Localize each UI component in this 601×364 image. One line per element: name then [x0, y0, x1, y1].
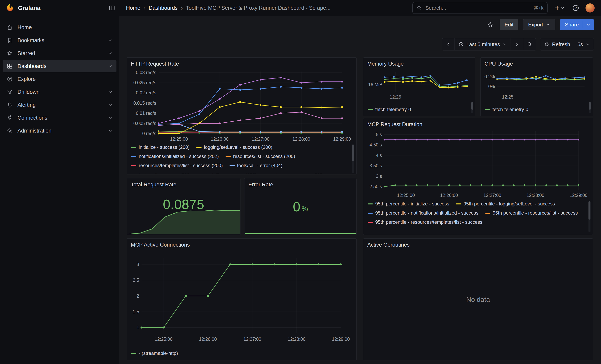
- legend-scrollbar[interactable]: [352, 144, 354, 173]
- chevron-down-icon[interactable]: [108, 38, 113, 43]
- legend-scrollbar[interactable]: [589, 201, 591, 232]
- svg-text:12:26:00: 12:26:00: [199, 337, 217, 342]
- legend-item[interactable]: - (streamable-http): [131, 350, 178, 356]
- stat-value: 0%: [244, 178, 356, 235]
- panel-title[interactable]: MCP Request Duration: [363, 118, 593, 128]
- legend-item[interactable]: tools/list - success (200): [198, 172, 257, 173]
- panel-cpu-usage: CPU Usage 0.2%0%12:25 fetch-telemetry-0: [480, 58, 593, 116]
- mcp-request-duration-chart[interactable]: 5 s4.50 s4 s3.50 s3 s2.50 s12:25:0012:26…: [365, 129, 588, 198]
- refresh-interval-picker[interactable]: 5s: [574, 38, 594, 50]
- series-color-swatch: [131, 156, 136, 157]
- sidebar-menu: HomeBookmarksStarredDashboardsExploreDri…: [0, 21, 119, 137]
- export-button[interactable]: Export: [523, 19, 555, 30]
- time-back-button[interactable]: [442, 38, 455, 50]
- legend-item[interactable]: resources/templates/list - success (200): [131, 163, 223, 168]
- sidebar-item-starred[interactable]: Starred: [3, 47, 116, 59]
- series-color-swatch: [368, 213, 373, 214]
- legend-item[interactable]: 95th percentile - resources/templates/li…: [368, 219, 482, 225]
- chevron-down-icon[interactable]: [108, 115, 113, 120]
- chevron-left-icon: [446, 42, 451, 47]
- panel-title[interactable]: MCP Active Connections: [127, 239, 356, 248]
- sidebar-item-drilldown[interactable]: Drilldown: [3, 86, 116, 98]
- breadcrumb-item[interactable]: Home: [126, 5, 140, 11]
- svg-text:0.005 req/s: 0.005 req/s: [133, 121, 156, 126]
- chevron-down-icon[interactable]: [108, 51, 113, 56]
- svg-text:12:28:00: 12:28:00: [292, 137, 310, 142]
- legend-item[interactable]: notifications/initialized - success (202…: [131, 153, 219, 159]
- legend-item[interactable]: resources/list - success (200): [226, 153, 295, 159]
- legend-scrollbar[interactable]: [589, 102, 591, 113]
- series-color-swatch: [196, 147, 201, 148]
- series-color-swatch: [368, 204, 373, 205]
- sidebar-item-home[interactable]: Home: [3, 21, 116, 34]
- new-button[interactable]: +: [553, 4, 566, 12]
- time-range-picker[interactable]: Last 5 minutes: [454, 38, 511, 50]
- legend-item[interactable]: 95th percentile - initialize - success: [368, 201, 449, 207]
- sidebar-item-label: Alerting: [18, 102, 108, 108]
- cpu-usage-chart[interactable]: 0.2%0%12:25: [482, 70, 588, 100]
- sidebar-item-alerting[interactable]: Alerting: [3, 99, 116, 111]
- sidebar: HomeBookmarksStarredDashboardsExploreDri…: [0, 16, 119, 364]
- svg-text:1.5: 1.5: [133, 309, 139, 314]
- chevron-down-icon[interactable]: [108, 102, 113, 108]
- share-button[interactable]: Share: [560, 19, 594, 30]
- sidebar-toggle-button[interactable]: [107, 3, 116, 12]
- legend-item[interactable]: tools/call - error (404): [230, 163, 282, 168]
- nav-left: Grafana: [0, 3, 119, 12]
- breadcrumb-item[interactable]: Dashboards: [149, 5, 178, 11]
- search-bar[interactable]: ⌘+k: [412, 2, 548, 14]
- user-avatar[interactable]: [585, 3, 595, 12]
- legend-item[interactable]: unknown - success (200): [263, 172, 324, 173]
- legend-scrollbar[interactable]: [471, 102, 473, 113]
- legend-label: tools/list - success (200): [206, 172, 257, 173]
- breadcrumb-item[interactable]: ToolHive MCP Server & Proxy Runner Dashb…: [186, 5, 331, 11]
- edit-button[interactable]: Edit: [500, 19, 519, 30]
- legend-label: resources/templates/list - success (200): [139, 163, 223, 168]
- mcp-active-connections-chart[interactable]: 32.521.5112:25:0012:26:0012:27:0012:28:0…: [129, 256, 351, 342]
- help-button[interactable]: ?: [572, 4, 580, 12]
- legend-label: - (streamable-http): [139, 351, 178, 356]
- legend-item[interactable]: logging/setLevel - success (200): [196, 144, 272, 150]
- legend-item[interactable]: 95th percentile - notifications/initiali…: [368, 210, 478, 216]
- svg-text:4 s: 4 s: [376, 153, 382, 158]
- zoom-out-button[interactable]: [523, 38, 536, 50]
- panel-title[interactable]: Memory Usage: [363, 58, 475, 67]
- sidebar-item-connections[interactable]: Connections: [3, 112, 116, 124]
- sidebar-item-explore[interactable]: Explore: [3, 73, 116, 85]
- legend-label: logging/setLevel - success (200): [204, 144, 272, 150]
- panel-title[interactable]: CPU Usage: [481, 58, 593, 67]
- chevron-down-icon[interactable]: [108, 89, 113, 95]
- series-color-swatch: [131, 165, 136, 166]
- star-dashboard-button[interactable]: [486, 21, 495, 28]
- http-request-rate-chart[interactable]: 0 req/s0.005 req/s0.01 req/s0.015 req/s0…: [129, 69, 351, 142]
- time-forward-button[interactable]: [511, 38, 523, 50]
- sidebar-item-label: Starred: [18, 50, 108, 56]
- sidebar-item-bookmarks[interactable]: Bookmarks: [3, 34, 116, 47]
- legend-item[interactable]: 95th percentile - logging/setLevel - suc…: [456, 201, 555, 207]
- chevron-down-icon[interactable]: [108, 128, 113, 133]
- panel-error-rate: Error Rate 0%: [244, 178, 357, 235]
- legend-item[interactable]: fetch-telemetry-0: [368, 107, 411, 112]
- series-color-swatch: [485, 213, 490, 214]
- panel-memory-usage: Memory Usage 16 MiB12:25 fetch-telemetry…: [363, 58, 475, 116]
- legend-item[interactable]: tools/call - success (200): [131, 172, 191, 173]
- search-shortcut: ⌘+k: [533, 5, 543, 11]
- legend-item[interactable]: fetch-telemetry-0: [485, 107, 528, 112]
- chevron-down-icon: [561, 6, 565, 10]
- share-dropdown-chevron-icon[interactable]: [586, 22, 591, 27]
- chevron-down-icon[interactable]: [108, 64, 113, 69]
- panel-title[interactable]: HTTP Request Rate: [127, 58, 356, 67]
- legend-label: tools/call - error (404): [237, 163, 282, 168]
- svg-text:3.50 s: 3.50 s: [370, 163, 382, 168]
- legend-item[interactable]: 95th percentile - resources/list - succe…: [485, 210, 578, 216]
- sidebar-item-dashboards[interactable]: Dashboards: [3, 60, 116, 72]
- search-input[interactable]: [425, 5, 531, 11]
- sidebar-item-administration[interactable]: Administration: [3, 125, 116, 137]
- refresh-button[interactable]: Refresh: [540, 38, 574, 50]
- svg-text:0%: 0%: [488, 84, 495, 89]
- legend-label: notifications/initialized - success (202…: [139, 154, 219, 159]
- memory-usage-chart[interactable]: 16 MiB12:25: [365, 70, 471, 100]
- grafana-logo-icon[interactable]: [5, 3, 14, 12]
- zoom-out-icon: [527, 41, 532, 47]
- legend-item[interactable]: initialize - success (200): [131, 144, 190, 150]
